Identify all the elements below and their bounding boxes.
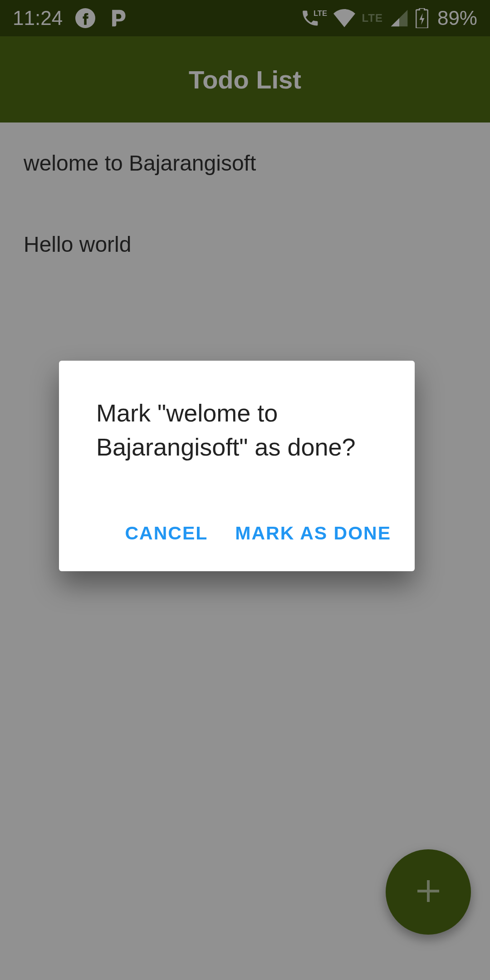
confirm-dialog: Mark "welome to Bajarangisoft" as done? … — [59, 361, 415, 571]
dialog-actions: CANCEL MARK AS DONE — [59, 464, 415, 571]
mark-as-done-button[interactable]: MARK AS DONE — [235, 523, 391, 544]
dialog-title: Mark "welome to Bajarangisoft" as done? — [59, 396, 415, 464]
cancel-button[interactable]: CANCEL — [125, 523, 208, 544]
